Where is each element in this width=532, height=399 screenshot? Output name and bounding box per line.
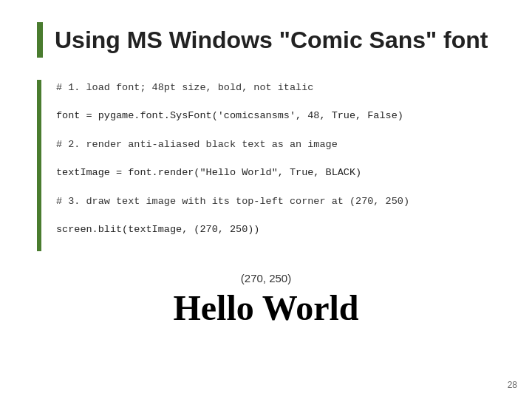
code-sections: # 1. load font; 48pt size, bold, not ita…	[56, 80, 495, 251]
code-section-3: # 3. draw text image with its top-left c…	[56, 194, 495, 237]
code-section-1: # 1. load font; 48pt size, bold, not ita…	[56, 80, 495, 123]
left-accent-bar	[37, 80, 41, 251]
code-line-3: screen.blit(textImage, (270, 250))	[56, 222, 495, 238]
title-bar: Using MS Windows "Comic Sans" font	[37, 22, 495, 58]
slide-number: 28	[508, 380, 517, 390]
title-accent	[37, 22, 43, 58]
demo-area: (270, 250) Hello World	[37, 272, 495, 328]
code-line-2: textImage = font.render("Hello World", T…	[56, 165, 495, 181]
hello-world-text: Hello World	[173, 287, 358, 328]
slide: Using MS Windows "Comic Sans" font # 1. …	[0, 0, 532, 399]
coords-label: (270, 250)	[241, 272, 291, 284]
comment-2: # 2. render anti-aliased black text as a…	[56, 137, 495, 153]
code-line-1: font = pygame.font.SysFont('comicsansms'…	[56, 108, 495, 124]
code-section-2: # 2. render anti-aliased black text as a…	[56, 137, 495, 180]
comment-3: # 3. draw text image with its top-left c…	[56, 194, 495, 210]
comment-1: # 1. load font; 48pt size, bold, not ita…	[56, 80, 495, 96]
page-title: Using MS Windows "Comic Sans" font	[55, 27, 488, 54]
code-wrapper: # 1. load font; 48pt size, bold, not ita…	[37, 80, 495, 251]
